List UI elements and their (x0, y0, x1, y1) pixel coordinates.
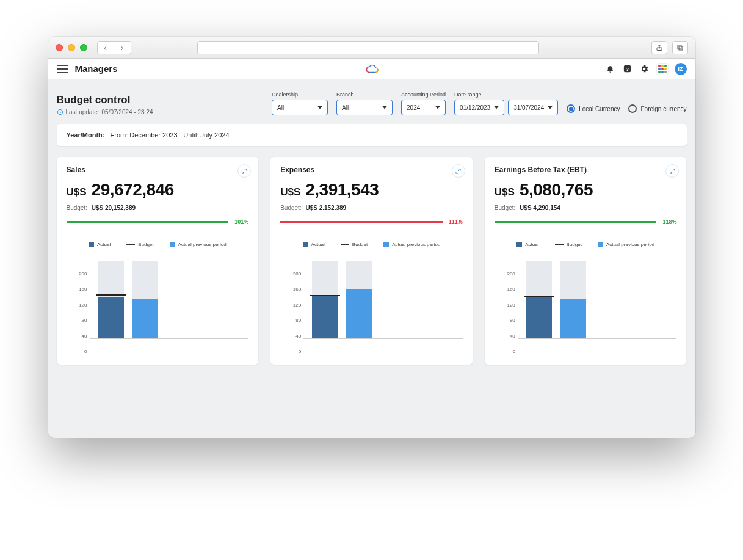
currency-foreign-label: Foreign currency (640, 106, 686, 112)
chart-budget-line (524, 296, 554, 297)
legend-budget-line-icon (341, 244, 349, 245)
kpi-title: Expenses (280, 165, 463, 174)
kpi-percent: 101% (234, 219, 248, 225)
svg-text:?: ? (626, 67, 629, 72)
minimize-window-icon[interactable] (68, 44, 75, 51)
legend-actual-label: Actual (311, 242, 325, 247)
mini-bar-chart: 04080120160200 (280, 253, 463, 351)
help-icon[interactable]: ? (622, 64, 633, 75)
period-select[interactable]: 2024 (401, 100, 446, 115)
chart-bar-previous (346, 261, 372, 338)
legend-budget-label: Budget (138, 242, 153, 247)
legend-previous-swatch-icon (598, 242, 603, 247)
chart-budget-line (310, 295, 340, 296)
close-window-icon[interactable] (56, 44, 63, 51)
currency-local-label: Local Currency (579, 106, 620, 112)
chart-bar-previous (132, 261, 158, 338)
notifications-icon[interactable] (605, 64, 616, 75)
kpi-progress-bar (495, 221, 657, 223)
window-controls (56, 44, 87, 51)
chart-y-axis: 04080120160200 (67, 253, 87, 351)
last-update-label: Last update: (66, 109, 100, 115)
kpi-budget-label: Budget: (67, 205, 87, 211)
date-from-select[interactable]: 01/12/2023 (454, 100, 504, 115)
mini-bar-chart: 04080120160200 (67, 253, 249, 351)
chart-bar-previous (560, 261, 586, 338)
clock-icon (57, 109, 63, 115)
dealership-label: Dealership (272, 92, 328, 98)
kpi-budget-label: Budget: (280, 205, 301, 211)
page-title: Budget control (57, 94, 153, 106)
expand-icon[interactable] (665, 164, 679, 178)
menu-icon[interactable] (57, 65, 68, 73)
kpi-currency: U$S (280, 186, 300, 198)
legend-actual-swatch-icon (89, 242, 94, 247)
date-to-select[interactable]: 31/07/2024 (508, 100, 558, 115)
chart-budget-line (96, 294, 126, 296)
expand-icon[interactable] (237, 164, 251, 178)
zoom-window-icon[interactable] (80, 44, 87, 51)
chart-bar-actual (312, 261, 338, 338)
legend-actual-label: Actual (525, 242, 538, 247)
legend-actual-swatch-icon (516, 242, 522, 247)
currency-foreign-radio[interactable]: Foreign currency (628, 104, 686, 113)
period-banner-text: From: December 2023 - Until: July 2024 (111, 131, 230, 139)
kpi-card: Sales U$S 29,672,846 Budget: U$S 29,152,… (57, 157, 259, 365)
settings-gear-icon[interactable] (639, 64, 650, 75)
expand-icon[interactable] (452, 164, 465, 178)
kpi-budget-value: U$S 4,290,154 (520, 205, 560, 211)
period-banner-label: Year/Month: (67, 131, 105, 139)
kpi-budget-value: U$S 29,152,389 (92, 205, 136, 211)
radio-icon (567, 104, 575, 113)
chart-y-axis: 04080120160200 (280, 253, 301, 351)
share-icon[interactable] (651, 41, 667, 54)
tabs-icon[interactable] (672, 41, 688, 54)
kpi-currency: U$S (495, 186, 515, 198)
period-label: Accounting Period (401, 92, 446, 98)
kpi-title: Earnings Before Tax (EBT) (495, 165, 677, 174)
legend-budget-line-icon (126, 244, 135, 245)
kpi-currency: U$S (67, 186, 87, 198)
branch-select[interactable]: All (336, 100, 393, 115)
kpi-card: Earnings Before Tax (EBT) U$S 5,080,765 … (485, 157, 687, 365)
chart-bar-actual (526, 261, 552, 338)
period-banner: Year/Month: From: December 2023 - Until:… (57, 124, 687, 146)
kpi-percent: 118% (662, 219, 676, 225)
apps-grid-icon[interactable] (656, 63, 669, 75)
legend-actual-label: Actual (97, 242, 111, 247)
last-update-value: 05/07/2024 - 23:24 (102, 109, 153, 115)
kpi-value: 5,080,765 (520, 180, 593, 200)
legend-previous-swatch-icon (170, 242, 175, 247)
radio-icon (628, 104, 637, 113)
nav-forward-button[interactable]: › (114, 41, 131, 54)
chart-legend: Actual Budget Actual previous period (495, 242, 677, 247)
kpi-value: 29,672,846 (92, 180, 174, 200)
kpi-budget-label: Budget: (495, 205, 515, 211)
mini-bar-chart: 04080120160200 (495, 253, 677, 351)
legend-budget-line-icon (555, 244, 564, 245)
dealership-select[interactable]: All (272, 100, 328, 115)
kpi-progress-bar (67, 221, 229, 223)
kpi-value: 2,391,543 (305, 180, 379, 200)
url-input[interactable] (197, 41, 539, 54)
svg-rect-1 (678, 45, 681, 49)
legend-budget-label: Budget (352, 242, 368, 247)
legend-previous-label: Actual previous period (606, 242, 654, 247)
filters-row: Budget control Last update: 05/07/2024 -… (57, 88, 687, 124)
app-header: Managers ? IZ (48, 59, 695, 79)
currency-local-radio[interactable]: Local Currency (567, 104, 620, 113)
chart-bar-actual (98, 261, 124, 338)
chart-legend: Actual Budget Actual previous period (67, 242, 249, 247)
date-range-label: Date range (454, 92, 558, 98)
chart-legend: Actual Budget Actual previous period (280, 242, 463, 247)
browser-window: ‹ › + Managers (48, 37, 695, 438)
kpi-title: Sales (67, 165, 249, 174)
svg-rect-2 (679, 46, 683, 50)
legend-previous-swatch-icon (383, 242, 389, 247)
nav-back-button[interactable]: ‹ (97, 41, 114, 54)
kpi-budget-value: U$S 2.152.389 (305, 205, 346, 211)
chart-y-axis: 04080120160200 (495, 253, 515, 351)
user-avatar[interactable]: IZ (675, 63, 687, 75)
kpi-card: Expenses U$S 2,391,543 Budget: U$S 2.152… (270, 157, 473, 365)
browser-title-bar: ‹ › + (48, 37, 695, 59)
